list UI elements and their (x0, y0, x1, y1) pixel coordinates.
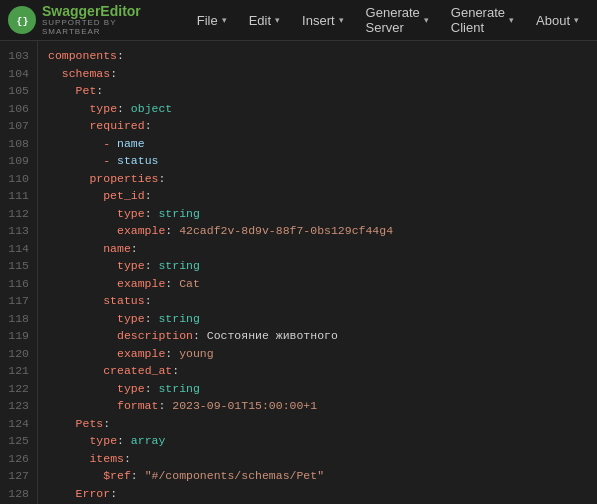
code-line-116: example: Cat (48, 275, 597, 293)
code-line-104: schemas: (48, 65, 597, 83)
nav-generate-client[interactable]: Generate Client ▾ (441, 1, 524, 39)
code-line-105: Pet: (48, 82, 597, 100)
nav-insert[interactable]: Insert ▾ (292, 9, 354, 32)
line-numbers: 1031041051061071081091101111121131141151… (0, 41, 38, 504)
code-line-109: - status (48, 152, 597, 170)
nav-menu: File ▾ Edit ▾ Insert ▾ Generate Server ▾… (187, 1, 589, 39)
logo-sub: SUPPORTED BY SMARTBEAR (42, 18, 175, 36)
code-line-128: Error: (48, 485, 597, 503)
line-number-127: 127 (0, 467, 37, 485)
insert-arrow-icon: ▾ (339, 15, 344, 25)
line-number-123: 123 (0, 397, 37, 415)
line-number-109: 109 (0, 152, 37, 170)
file-arrow-icon: ▾ (222, 15, 227, 25)
code-line-124: Pets: (48, 415, 597, 433)
nav-about[interactable]: About ▾ (526, 9, 589, 32)
line-number-107: 107 (0, 117, 37, 135)
logo-text: SwaggerEditor SUPPORTED BY SMARTBEAR (42, 4, 175, 36)
svg-text:{}: {} (17, 16, 29, 27)
generate-client-arrow-icon: ▾ (509, 15, 514, 25)
nav-generate-server[interactable]: Generate Server ▾ (356, 1, 439, 39)
code-line-126: items: (48, 450, 597, 468)
line-number-111: 111 (0, 187, 37, 205)
line-number-122: 122 (0, 380, 37, 398)
logo-main: SwaggerEditor (42, 4, 175, 18)
line-number-117: 117 (0, 292, 37, 310)
code-line-119: description: Состояние животного (48, 327, 597, 345)
code-line-113: example: 42cadf2v-8d9v-88f7-0bs129cf44g4 (48, 222, 597, 240)
code-line-106: type: object (48, 100, 597, 118)
nav-file[interactable]: File ▾ (187, 9, 237, 32)
code-line-123: format: 2023-09-01T15:00:00+1 (48, 397, 597, 415)
line-number-104: 104 (0, 65, 37, 83)
generate-server-arrow-icon: ▾ (424, 15, 429, 25)
line-number-124: 124 (0, 415, 37, 433)
code-line-112: type: string (48, 205, 597, 223)
line-number-119: 119 (0, 327, 37, 345)
line-number-116: 116 (0, 275, 37, 293)
line-number-121: 121 (0, 362, 37, 380)
code-line-107: required: (48, 117, 597, 135)
code-content[interactable]: components: schemas: Pet: type: object r… (38, 41, 597, 504)
line-number-125: 125 (0, 432, 37, 450)
code-line-122: type: string (48, 380, 597, 398)
about-arrow-icon: ▾ (574, 15, 579, 25)
swagger-logo-icon: {} (8, 6, 36, 34)
line-number-108: 108 (0, 135, 37, 153)
code-line-125: type: array (48, 432, 597, 450)
line-number-112: 112 (0, 205, 37, 223)
code-line-127: $ref: "#/components/schemas/Pet" (48, 467, 597, 485)
editor-area: 1031041051061071081091101111121131141151… (0, 41, 597, 504)
line-number-126: 126 (0, 450, 37, 468)
edit-arrow-icon: ▾ (275, 15, 280, 25)
code-line-117: status: (48, 292, 597, 310)
code-line-115: type: string (48, 257, 597, 275)
line-number-106: 106 (0, 100, 37, 118)
logo-area: {} SwaggerEditor SUPPORTED BY SMARTBEAR (8, 4, 175, 36)
code-line-110: properties: (48, 170, 597, 188)
line-number-113: 113 (0, 222, 37, 240)
nav-edit[interactable]: Edit ▾ (239, 9, 290, 32)
line-number-114: 114 (0, 240, 37, 258)
code-line-118: type: string (48, 310, 597, 328)
code-line-121: created_at: (48, 362, 597, 380)
navbar: {} SwaggerEditor SUPPORTED BY SMARTBEAR … (0, 0, 597, 41)
code-line-120: example: young (48, 345, 597, 363)
line-number-110: 110 (0, 170, 37, 188)
code-line-103: components: (48, 47, 597, 65)
line-number-120: 120 (0, 345, 37, 363)
code-line-114: name: (48, 240, 597, 258)
line-number-115: 115 (0, 257, 37, 275)
line-number-103: 103 (0, 47, 37, 65)
line-number-105: 105 (0, 82, 37, 100)
code-line-108: - name (48, 135, 597, 153)
line-number-128: 128 (0, 485, 37, 503)
line-number-118: 118 (0, 310, 37, 328)
code-line-111: pet_id: (48, 187, 597, 205)
